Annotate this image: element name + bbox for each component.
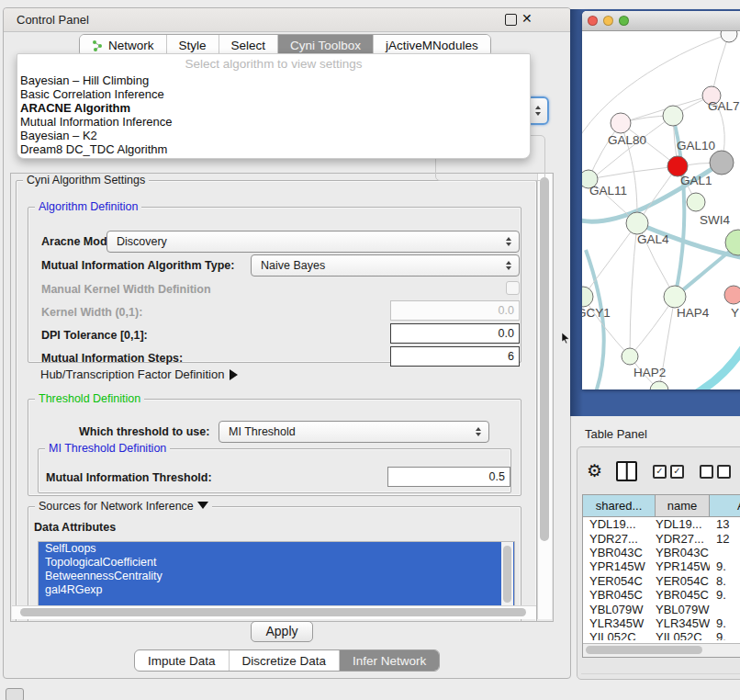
column-header-name[interactable]: name xyxy=(656,495,710,516)
node-GAL10[interactable] xyxy=(663,106,683,126)
manual-kernel-checkbox[interactable] xyxy=(506,281,520,295)
network-window-titlebar[interactable] xyxy=(582,11,740,31)
expand-right-icon xyxy=(230,369,238,380)
table-cell: 9. xyxy=(710,588,740,602)
network-view-window[interactable]: GAL7GAL80GAL10GAL1GAL11SWI4GAL4GCY1HAP4Y… xyxy=(582,11,740,390)
algorithm-option[interactable]: Bayesian – K2 xyxy=(17,130,530,143)
algorithm-option[interactable]: ARACNE Algorithm xyxy=(17,102,530,116)
table-cell: YBR043C xyxy=(583,546,656,559)
node-gray-node[interactable] xyxy=(710,151,734,175)
table-cell: YDR27... xyxy=(656,532,710,546)
table-row[interactable]: YBR045CYBR045C9. xyxy=(583,588,740,602)
settings-horizontal-scrollbar[interactable] xyxy=(12,605,536,619)
table-horizontal-scrollbar[interactable] xyxy=(583,643,740,657)
close-traffic-icon[interactable] xyxy=(588,16,598,26)
columns-icon[interactable] xyxy=(616,461,637,481)
mi-threshold-label: Mutual Information Threshold: xyxy=(46,471,212,484)
table-panel: ⚙ ✓✓ shared... name A YDL19...YDL19...13… xyxy=(577,446,740,680)
table-row[interactable]: YPR145WYPR145W9. xyxy=(583,559,740,573)
network-edge[interactable] xyxy=(586,250,604,390)
table-cell: 9. xyxy=(710,616,740,630)
table-row[interactable]: YLR345WYLR345W9. xyxy=(583,616,740,630)
collapse-down-icon[interactable] xyxy=(197,502,208,509)
table-cell: YBL079W xyxy=(583,603,656,616)
node-label-GAL10: GAL10 xyxy=(677,139,715,152)
attribute-item[interactable]: BetweennessCentrality xyxy=(39,570,514,583)
combo-spinner-icon xyxy=(501,261,516,270)
table-row[interactable]: YDR27...YDR27...12 xyxy=(583,531,740,545)
attribute-item[interactable]: TopologicalCoefficient xyxy=(39,556,514,570)
network-canvas[interactable]: GAL7GAL80GAL10GAL1GAL11SWI4GAL4GCY1HAP4Y… xyxy=(582,31,740,390)
control-panel-title: Control Panel xyxy=(17,13,89,27)
kernel-width-label: Kernel Width (0,1): xyxy=(41,306,142,319)
table-cell: YLR345W xyxy=(656,616,710,630)
node-label-Y-node: Y xyxy=(731,306,739,320)
aracne-mode-select[interactable]: Discovery xyxy=(107,231,520,253)
table-row[interactable]: YBR043CYBR043C xyxy=(583,546,740,559)
which-threshold-select[interactable]: MI Threshold xyxy=(219,421,489,443)
table-row[interactable]: YDL19...YDL19...13 xyxy=(583,517,740,531)
node-HAP4[interactable] xyxy=(664,286,686,308)
apply-button[interactable]: Apply xyxy=(251,621,313,642)
table-cell: YBL079W xyxy=(656,603,710,616)
node-Y-node[interactable] xyxy=(724,286,740,304)
network-edge[interactable] xyxy=(690,342,740,390)
table-cell: YDR27... xyxy=(583,532,656,546)
algorithm-option[interactable]: Mutual Information Inference xyxy=(17,116,530,130)
node-GCY1[interactable] xyxy=(582,287,593,307)
table-cell: YPR145W xyxy=(583,559,656,573)
attributes-scrollbar[interactable] xyxy=(501,542,513,605)
table-body: YDL19...YDL19...13YDR27...YDR27...12YBR0… xyxy=(583,517,740,640)
zoom-traffic-icon[interactable] xyxy=(619,16,629,26)
node-HAP2[interactable] xyxy=(622,348,638,365)
column-header-partial[interactable]: A xyxy=(710,495,740,516)
attribute-item[interactable]: gal4RGexp xyxy=(39,583,514,597)
table-header-row: shared... name A xyxy=(583,495,740,517)
table-cell: YPR145W xyxy=(656,559,710,573)
close-icon[interactable]: ✕ xyxy=(521,11,532,21)
mi-steps-field[interactable]: 6 xyxy=(390,346,520,367)
mi-algorithm-type-select[interactable]: Naive Bayes xyxy=(251,254,520,277)
algorithm-option[interactable]: Bayesian – Hill Climbing xyxy=(17,74,530,88)
minimize-traffic-icon[interactable] xyxy=(603,16,613,26)
node-label-GAL1: GAL1 xyxy=(680,174,712,187)
algorithm-option[interactable]: Dream8 DC_TDC Algorithm xyxy=(17,143,530,157)
table-row[interactable]: YIL052CYIL052C9. xyxy=(583,630,740,640)
dpi-tolerance-label: DPI Tolerance [0,1]: xyxy=(41,329,148,342)
node-GAL4[interactable] xyxy=(626,212,648,234)
cytoscape-desktop: GAL7GAL80GAL10GAL1GAL11SWI4GAL4GCY1HAP4Y… xyxy=(570,9,740,416)
table-panel-title: Table Panel xyxy=(585,427,647,441)
bottom-tab-impute-data[interactable]: Impute Data xyxy=(135,650,230,671)
kernel-width-field[interactable]: 0.0 xyxy=(390,300,520,321)
mi-threshold-group: MI Threshold Definition Mutual Informati… xyxy=(38,448,511,493)
column-header-shared[interactable]: shared... xyxy=(583,495,656,516)
select-all-columns-icon[interactable]: ✓✓ xyxy=(653,465,684,479)
algorithm-option[interactable]: Basic Correlation Inference xyxy=(17,88,530,102)
dpi-tolerance-field[interactable]: 0.0 xyxy=(390,323,520,344)
mouse-cursor xyxy=(561,333,570,344)
hub-definition-toggle[interactable]: Hub/Transcription Factor Definition xyxy=(40,367,238,381)
bottom-tab-infer-network[interactable]: Infer Network xyxy=(340,650,439,671)
bottom-tab-discretize-data[interactable]: Discretize Data xyxy=(230,650,341,671)
settings-vertical-scrollbar[interactable] xyxy=(537,174,552,619)
mi-threshold-group-title: MI Threshold Definition xyxy=(45,442,170,455)
table-row[interactable]: YER054CYER054C8. xyxy=(583,574,740,588)
node-GAL80[interactable] xyxy=(611,113,631,133)
table-cell: 9. xyxy=(710,630,740,640)
node-label-GAL80: GAL80 xyxy=(608,133,646,147)
table-row[interactable]: YBL079WYBL079W xyxy=(583,602,740,615)
bottom-corner-button[interactable] xyxy=(6,688,24,700)
deselect-all-columns-icon[interactable] xyxy=(700,465,731,479)
mi-threshold-field[interactable]: 0.5 xyxy=(387,467,510,487)
node-SWI4[interactable] xyxy=(687,193,705,211)
network-edge[interactable] xyxy=(630,223,637,356)
control-panel-window: Control Panel ✕ NetworkStyleSelectCyni T… xyxy=(3,7,571,679)
node-corner[interactable] xyxy=(721,31,737,42)
gear-icon[interactable]: ⚙ xyxy=(587,462,602,480)
table-cell: YDL19... xyxy=(583,517,656,531)
float-window-icon[interactable] xyxy=(505,14,517,26)
node-bottom-cut[interactable] xyxy=(650,381,668,390)
attribute-item[interactable]: SelfLoops xyxy=(39,542,514,556)
data-attributes-list[interactable]: SelfLoopsTopologicalCoefficientBetweenne… xyxy=(38,541,515,608)
cyni-settings-group-title: Cyni Algorithm Settings xyxy=(23,174,149,186)
